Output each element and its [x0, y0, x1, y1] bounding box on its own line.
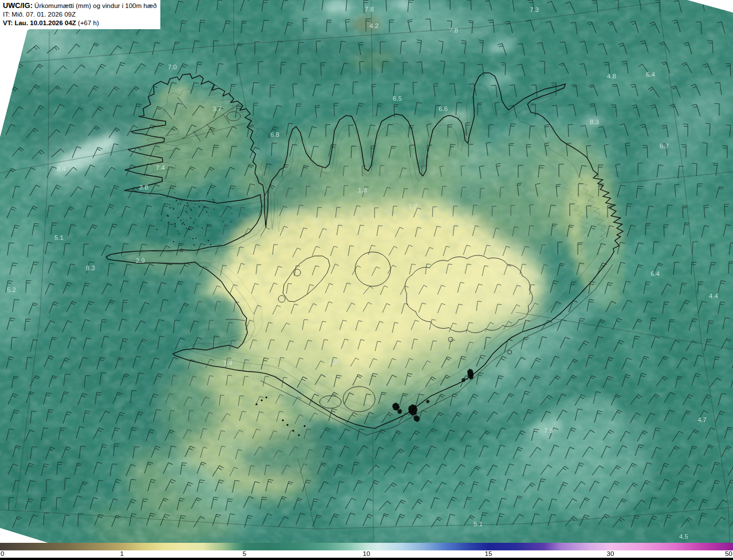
svg-text:1.8: 1.8	[358, 187, 367, 194]
svg-text:6.4: 6.4	[651, 270, 660, 277]
svg-text:6.6: 6.6	[439, 105, 448, 112]
svg-text:30: 30	[607, 550, 614, 557]
svg-text:7.3: 7.3	[530, 6, 539, 13]
svg-text:6.4: 6.4	[646, 71, 656, 78]
svg-text:6.5: 6.5	[393, 95, 402, 102]
svg-text:1.4: 1.4	[223, 360, 233, 366]
svg-text:8.3: 8.3	[590, 119, 599, 125]
svg-text:1: 1	[120, 550, 124, 557]
svg-text:4.5: 4.5	[679, 533, 688, 540]
svg-text:4.8: 4.8	[607, 73, 616, 80]
svg-text:6.7: 6.7	[660, 143, 669, 149]
svg-text:7.4: 7.4	[156, 164, 165, 171]
svg-text:5.1: 5.1	[54, 234, 64, 241]
svg-text:7.0: 7.0	[168, 64, 177, 70]
svg-text:2.9: 2.9	[136, 257, 145, 264]
svg-text:0: 0	[1, 550, 4, 557]
svg-text:1.3: 1.3	[328, 358, 337, 365]
svg-text:5.2: 5.2	[7, 286, 16, 293]
svg-text:15: 15	[485, 550, 492, 557]
svg-text:8.4: 8.4	[57, 165, 66, 172]
svg-text:7.8: 7.8	[365, 6, 374, 13]
svg-text:3.8: 3.8	[139, 184, 148, 191]
svg-text:5.1: 5.1	[474, 520, 483, 527]
svg-text:5: 5	[243, 550, 246, 557]
svg-text:3.7: 3.7	[212, 105, 222, 112]
svg-text:50: 50	[725, 550, 732, 557]
svg-text:6.8: 6.8	[270, 131, 279, 138]
svg-text:7.9: 7.9	[544, 427, 553, 434]
svg-text:4.4: 4.4	[709, 293, 719, 299]
svg-text:10: 10	[363, 550, 371, 557]
svg-text:7.8: 7.8	[449, 27, 458, 34]
svg-text:4.2: 4.2	[369, 22, 379, 29]
svg-text:4.7: 4.7	[697, 416, 707, 423]
svg-text:1.7: 1.7	[408, 203, 417, 210]
svg-text:8.3: 8.3	[86, 265, 95, 271]
